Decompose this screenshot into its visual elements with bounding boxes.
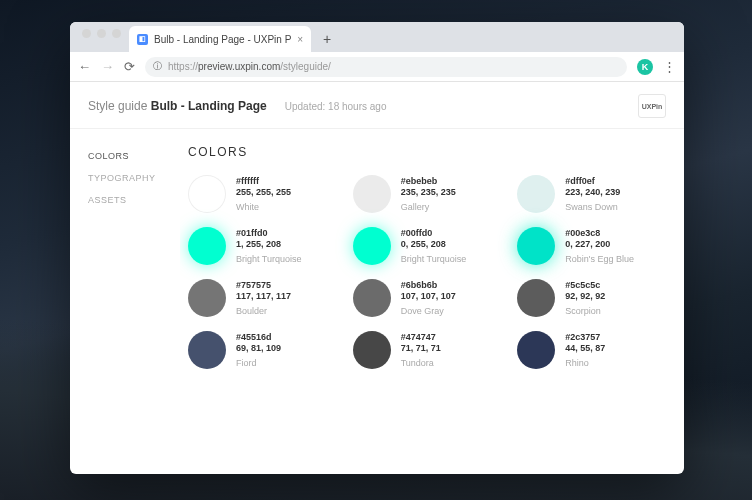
swatch-name: Swans Down: [565, 202, 620, 212]
sidebar-item-colors[interactable]: COLORS: [88, 145, 180, 167]
swatch-name: Tundora: [401, 358, 441, 368]
nav-back-button[interactable]: ←: [78, 59, 91, 74]
swatch-info: #ebebeb235, 235, 235Gallery: [401, 176, 456, 212]
swatch-circle: [353, 175, 391, 213]
window-maximize-icon[interactable]: [112, 29, 121, 38]
page-title: Style guide Bulb - Landing Page: [88, 99, 267, 113]
swatch-info: #2c375744, 55, 87Rhino: [565, 332, 605, 368]
swatch-hex: #45516d: [236, 332, 281, 342]
window-close-icon[interactable]: [82, 29, 91, 38]
swatch-info: #757575117, 117, 117Boulder: [236, 280, 291, 316]
swatch-name: White: [236, 202, 291, 212]
swatch-info: #dff0ef223, 240, 239Swans Down: [565, 176, 620, 212]
sidebar-nav: COLORSTYPOGRAPHYASSETS: [70, 129, 180, 474]
tab-favicon-icon: ◧: [137, 34, 148, 45]
swatch-info: #5c5c5c92, 92, 92Scorpion: [565, 280, 605, 316]
tab-close-icon[interactable]: ×: [297, 34, 303, 45]
swatch-hex: #2c3757: [565, 332, 605, 342]
swatch-circle: [188, 331, 226, 369]
nav-reload-button[interactable]: ⟳: [124, 59, 135, 74]
swatch-circle: [517, 279, 555, 317]
swatch-rgb: 255, 255, 255: [236, 187, 291, 197]
new-tab-button[interactable]: +: [317, 29, 337, 49]
section-title: COLORS: [188, 145, 670, 159]
swatch-circle: [517, 331, 555, 369]
browser-tab[interactable]: ◧ Bulb - Landing Page - UXPin P ×: [129, 26, 311, 52]
color-swatch[interactable]: #6b6b6b107, 107, 107Dove Gray: [353, 279, 506, 317]
color-swatch[interactable]: #5c5c5c92, 92, 92Scorpion: [517, 279, 670, 317]
uxpin-logo-button[interactable]: UXPin: [638, 94, 666, 118]
tab-title: Bulb - Landing Page - UXPin P: [154, 34, 291, 45]
swatch-name: Bright Turquoise: [236, 254, 302, 264]
swatch-hex: #dff0ef: [565, 176, 620, 186]
color-swatch[interactable]: #ebebeb235, 235, 235Gallery: [353, 175, 506, 213]
swatch-rgb: 107, 107, 107: [401, 291, 456, 301]
color-swatch[interactable]: #00ffd00, 255, 208Bright Turquoise: [353, 227, 506, 265]
swatch-hex: #5c5c5c: [565, 280, 605, 290]
swatch-rgb: 117, 117, 117: [236, 291, 291, 301]
swatch-info: #00ffd00, 255, 208Bright Turquoise: [401, 228, 467, 264]
color-swatch[interactable]: #45516d69, 81, 109Fiord: [188, 331, 341, 369]
swatch-name: Boulder: [236, 306, 291, 316]
swatch-circle: [188, 227, 226, 265]
swatch-name: Robin's Egg Blue: [565, 254, 634, 264]
swatch-hex: #ebebeb: [401, 176, 456, 186]
color-swatch[interactable]: #00e3c80, 227, 200Robin's Egg Blue: [517, 227, 670, 265]
swatch-info: #00e3c80, 227, 200Robin's Egg Blue: [565, 228, 634, 264]
window-minimize-icon[interactable]: [97, 29, 106, 38]
swatch-info: #45516d69, 81, 109Fiord: [236, 332, 281, 368]
page-content: Style guide Bulb - Landing Page Updated:…: [70, 82, 684, 474]
color-swatch[interactable]: #757575117, 117, 117Boulder: [188, 279, 341, 317]
swatch-rgb: 69, 81, 109: [236, 343, 281, 353]
swatch-circle: [188, 279, 226, 317]
swatch-name: Rhino: [565, 358, 605, 368]
swatch-name: Fiord: [236, 358, 281, 368]
swatch-hex: #757575: [236, 280, 291, 290]
swatch-grid: #ffffff255, 255, 255White#ebebeb235, 235…: [188, 175, 670, 369]
page-header: Style guide Bulb - Landing Page Updated:…: [70, 82, 684, 129]
swatch-circle: [517, 175, 555, 213]
colors-panel: COLORS #ffffff255, 255, 255White#ebebeb2…: [180, 129, 684, 474]
swatch-rgb: 235, 235, 235: [401, 187, 456, 197]
swatch-rgb: 223, 240, 239: [565, 187, 620, 197]
color-swatch[interactable]: #2c375744, 55, 87Rhino: [517, 331, 670, 369]
nav-forward-button[interactable]: →: [101, 59, 114, 74]
swatch-name: Scorpion: [565, 306, 605, 316]
address-bar[interactable]: ⓘ https://preview.uxpin.com/styleguide/: [145, 57, 627, 77]
swatch-circle: [517, 227, 555, 265]
swatch-hex: #6b6b6b: [401, 280, 456, 290]
swatch-hex: #01ffd0: [236, 228, 302, 238]
swatch-rgb: 0, 227, 200: [565, 239, 634, 249]
swatch-info: #47474771, 71, 71Tundora: [401, 332, 441, 368]
color-swatch[interactable]: #ffffff255, 255, 255White: [188, 175, 341, 213]
swatch-rgb: 0, 255, 208: [401, 239, 467, 249]
swatch-rgb: 1, 255, 208: [236, 239, 302, 249]
url-text: https://preview.uxpin.com/styleguide/: [168, 61, 331, 72]
browser-tabbar: ◧ Bulb - Landing Page - UXPin P × +: [70, 22, 684, 52]
swatch-rgb: 92, 92, 92: [565, 291, 605, 301]
swatch-hex: #ffffff: [236, 176, 291, 186]
swatch-circle: [188, 175, 226, 213]
swatch-circle: [353, 331, 391, 369]
profile-avatar[interactable]: K: [637, 59, 653, 75]
swatch-hex: #00ffd0: [401, 228, 467, 238]
updated-timestamp: Updated: 18 hours ago: [285, 101, 387, 112]
swatch-name: Dove Gray: [401, 306, 456, 316]
window-controls: [78, 29, 129, 46]
sidebar-item-assets[interactable]: ASSETS: [88, 189, 180, 211]
swatch-hex: #00e3c8: [565, 228, 634, 238]
lock-icon: ⓘ: [153, 60, 162, 73]
swatch-rgb: 71, 71, 71: [401, 343, 441, 353]
swatch-circle: [353, 227, 391, 265]
color-swatch[interactable]: #47474771, 71, 71Tundora: [353, 331, 506, 369]
sidebar-item-typography[interactable]: TYPOGRAPHY: [88, 167, 180, 189]
color-swatch[interactable]: #dff0ef223, 240, 239Swans Down: [517, 175, 670, 213]
swatch-info: #ffffff255, 255, 255White: [236, 176, 291, 212]
browser-toolbar: ← → ⟳ ⓘ https://preview.uxpin.com/styleg…: [70, 52, 684, 82]
main-area: COLORSTYPOGRAPHYASSETS COLORS #ffffff255…: [70, 129, 684, 474]
swatch-rgb: 44, 55, 87: [565, 343, 605, 353]
swatch-name: Bright Turquoise: [401, 254, 467, 264]
swatch-info: #6b6b6b107, 107, 107Dove Gray: [401, 280, 456, 316]
color-swatch[interactable]: #01ffd01, 255, 208Bright Turquoise: [188, 227, 341, 265]
browser-menu-icon[interactable]: ⋮: [663, 59, 676, 74]
